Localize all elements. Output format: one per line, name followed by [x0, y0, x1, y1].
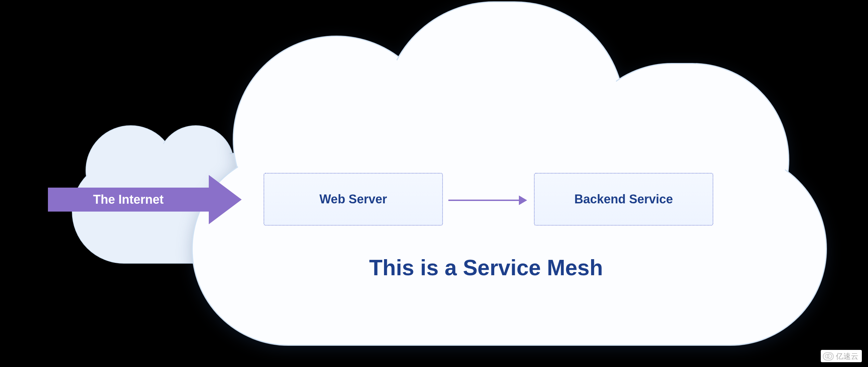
service-mesh-caption: This is a Service Mesh: [260, 255, 712, 280]
watermark: 亿速云: [821, 350, 862, 362]
ingress-arrow: The Internet: [48, 181, 246, 218]
diagram-stage: The Internet Web Server Backend Service …: [0, 0, 868, 367]
web-to-backend-arrow: [448, 197, 527, 204]
watermark-logo-icon: [823, 352, 834, 360]
backend-service-box: Backend Service: [534, 173, 713, 226]
arrow-head-icon: [519, 195, 527, 205]
arrow-head-icon: [209, 175, 242, 224]
watermark-text: 亿速云: [836, 351, 858, 362]
web-server-box: Web Server: [264, 173, 443, 226]
internet-label: The Internet: [48, 192, 209, 207]
backend-service-label: Backend Service: [574, 192, 673, 206]
arrow-line: [448, 200, 519, 201]
web-server-label: Web Server: [319, 192, 387, 206]
